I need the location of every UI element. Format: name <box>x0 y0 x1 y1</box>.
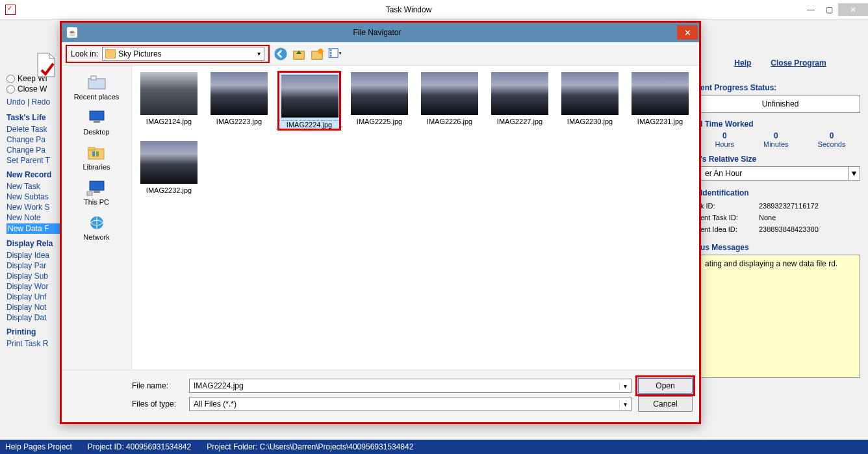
dialog-close-button[interactable]: ✕ <box>677 25 698 40</box>
thumbnail-image <box>281 75 338 118</box>
java-icon: ☕ <box>67 27 77 38</box>
place-desktop[interactable]: Desktop <box>62 105 131 140</box>
file-item[interactable]: IMAG2124.jpg <box>138 72 199 129</box>
thumbnail-image <box>140 72 198 115</box>
maximize-button[interactable]: ▢ <box>820 3 838 16</box>
file-item[interactable]: IMAG2225.jpg <box>349 72 410 129</box>
file-name-label: IMAG2226.jpg <box>427 118 472 125</box>
file-name-label: IMAG2232.jpg <box>146 186 192 194</box>
lookin-label: Look in: <box>71 49 98 58</box>
file-item[interactable]: IMAG2231.jpg <box>630 72 691 129</box>
statusbar: Help Pages Project Project ID: 400956931… <box>0 440 868 454</box>
thumbnail-image <box>632 72 689 115</box>
dialog-title: File Navigator <box>77 28 677 37</box>
svg-rect-15 <box>96 151 99 157</box>
main-titlebar: Task Window — ▢ ✕ <box>0 0 868 19</box>
open-button[interactable]: Open <box>638 378 693 394</box>
status-messages-box: ating and displaying a new data file rd. <box>700 255 860 378</box>
status-project-id: Project ID: 400956931534842 <box>88 442 191 451</box>
svg-rect-6 <box>330 52 332 54</box>
new-folder-icon[interactable] <box>310 47 324 61</box>
filetype-field[interactable]: All Files (*.*)▾ <box>189 397 632 411</box>
thumbnail-image <box>561 72 619 115</box>
file-item[interactable]: IMAG2226.jpg <box>419 72 480 129</box>
place-network[interactable]: Network <box>62 210 131 245</box>
file-name-label: IMAG2124.jpg <box>146 118 192 125</box>
app-icon <box>5 5 16 15</box>
task-id-value: 238932327116172 <box>759 202 819 210</box>
parent-task-id-value: None <box>759 214 776 221</box>
thumbnail-image <box>421 72 478 115</box>
cancel-button[interactable]: Cancel <box>638 396 693 412</box>
status-help-pages[interactable]: Help Pages Project <box>5 442 72 451</box>
file-name-label: IMAG2230.jpg <box>567 118 613 125</box>
file-item[interactable]: IMAG2223.jpg <box>209 72 270 129</box>
svg-rect-7 <box>330 55 332 57</box>
file-item[interactable]: IMAG2232.jpg <box>138 141 199 194</box>
svg-rect-5 <box>330 49 332 51</box>
progress-status-value: Unfinished <box>700 95 860 113</box>
seconds-value: 0 <box>818 131 846 140</box>
window-title: Task Window <box>16 5 802 14</box>
identification-label: Identification <box>700 188 860 197</box>
minimize-button[interactable]: — <box>802 3 820 16</box>
places-bar: Recent places Desktop Libraries This PC … <box>62 66 132 370</box>
up-folder-icon[interactable] <box>292 47 306 61</box>
lookin-combo[interactable]: Sky Pictures ▾ <box>102 47 264 61</box>
relative-size-label: 's Relative Size <box>700 155 860 164</box>
svg-rect-9 <box>91 76 96 80</box>
svg-rect-11 <box>94 120 100 123</box>
svg-rect-10 <box>90 111 104 120</box>
svg-rect-16 <box>90 181 104 190</box>
status-project-folder: Project Folder: C:\Users\Darren\Projects… <box>207 442 413 451</box>
close-button[interactable]: ✕ <box>838 3 868 16</box>
close-program-link[interactable]: Close Program <box>771 58 826 68</box>
svg-rect-17 <box>94 190 100 193</box>
status-messages-label: us Messages <box>700 243 860 252</box>
back-icon[interactable] <box>274 47 288 61</box>
filetype-label: Files of type: <box>132 399 183 409</box>
svg-point-0 <box>274 47 287 60</box>
svg-rect-14 <box>92 151 95 157</box>
filename-field[interactable]: IMAG2224.jpg▾ <box>189 379 632 393</box>
time-worked-label: l Time Worked <box>700 120 860 129</box>
task-doc-icon <box>32 52 58 78</box>
file-name-label: IMAG2231.jpg <box>637 118 683 125</box>
thumbnail-image <box>491 72 548 115</box>
filename-label: File name: <box>132 381 183 390</box>
svg-point-3 <box>318 48 323 53</box>
progress-status-label: ent Progress Status: <box>700 83 860 92</box>
thumbnail-image <box>140 141 198 184</box>
hours-value: 0 <box>715 131 734 140</box>
file-navigator-dialog: ☕ File Navigator ✕ Look in: Sky Pictures… <box>60 21 701 424</box>
folder-icon <box>105 49 116 58</box>
place-recent[interactable]: Recent places <box>62 69 131 105</box>
right-panel: Help Close Program ent Progress Status: … <box>700 45 860 378</box>
redo-link[interactable]: Redo <box>31 97 50 107</box>
file-name-label: IMAG2225.jpg <box>357 118 402 125</box>
chevron-down-icon: ▾ <box>253 50 264 57</box>
place-this-pc[interactable]: This PC <box>62 175 131 210</box>
thumbnail-image <box>351 72 408 115</box>
minutes-value: 0 <box>763 131 789 140</box>
relative-size-combo[interactable]: er An Hour ▼ <box>700 166 860 181</box>
svg-rect-13 <box>88 147 95 150</box>
dialog-toolbar: Look in: Sky Pictures ▾ <box>62 42 699 66</box>
file-name-label: IMAG2224.jpg <box>279 121 340 129</box>
thumbnail-image <box>211 72 268 115</box>
undo-link[interactable]: Undo <box>6 97 25 107</box>
file-item[interactable]: IMAG2224.jpg <box>279 72 340 129</box>
file-item[interactable]: IMAG2227.jpg <box>489 72 550 129</box>
file-name-label: IMAG2227.jpg <box>497 118 542 125</box>
view-menu-icon[interactable] <box>328 47 342 61</box>
dialog-titlebar: ☕ File Navigator ✕ <box>62 23 699 42</box>
parent-idea-id-value: 238893848423380 <box>759 225 819 233</box>
place-libraries[interactable]: Libraries <box>62 140 131 175</box>
file-name-label: IMAG2223.jpg <box>216 118 262 125</box>
file-list[interactable]: IMAG2124.jpgIMAG2223.jpgIMAG2224.jpgIMAG… <box>132 66 699 370</box>
chevron-down-icon: ▼ <box>848 167 860 180</box>
help-link[interactable]: Help <box>734 58 751 68</box>
file-item[interactable]: IMAG2230.jpg <box>559 72 620 129</box>
svg-rect-18 <box>87 192 92 195</box>
